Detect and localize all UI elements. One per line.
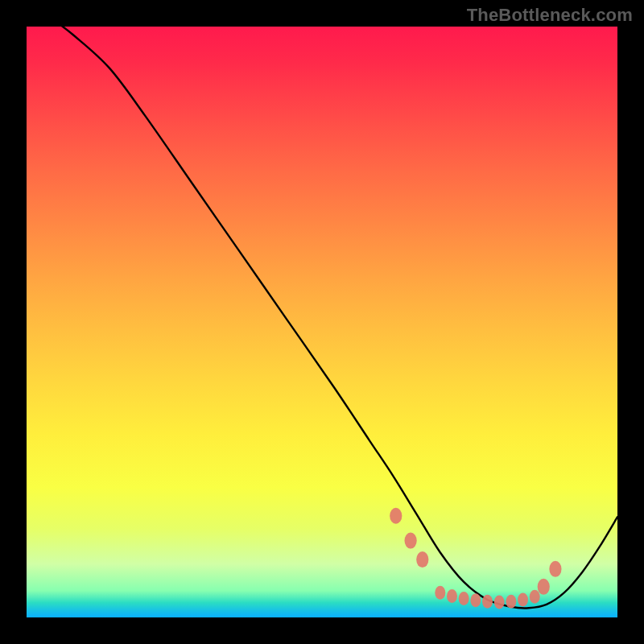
curve-marker — [435, 586, 445, 600]
curve-marker — [405, 533, 417, 549]
curve-layer — [27, 27, 617, 617]
curve-marker — [538, 579, 550, 595]
watermark-text: TheBottleneck.com — [467, 5, 633, 26]
curve-marker — [470, 593, 481, 607]
curve-marker — [506, 595, 516, 609]
curve-marker — [549, 561, 561, 577]
curve-marker — [518, 592, 528, 606]
chart-frame: TheBottleneck.com — [0, 0, 644, 644]
plot-area — [27, 27, 617, 617]
curve-marker — [494, 595, 505, 609]
curve-marker — [390, 508, 402, 524]
curve-marker — [416, 551, 428, 568]
bottleneck-curve — [27, 27, 617, 608]
curve-marker — [530, 590, 540, 604]
curve-markers — [390, 508, 561, 609]
curve-marker — [482, 595, 493, 609]
curve-marker — [459, 592, 469, 605]
curve-marker — [447, 589, 457, 603]
